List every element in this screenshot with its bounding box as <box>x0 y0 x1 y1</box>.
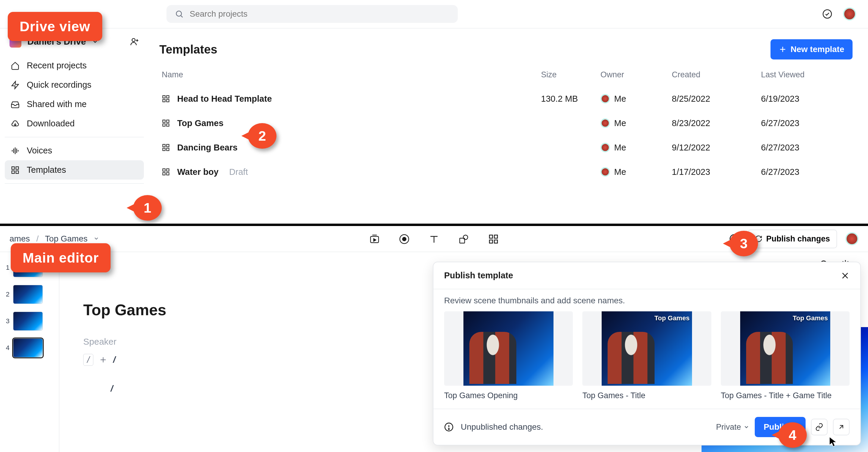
svg-point-39 <box>402 237 406 241</box>
inbox-icon <box>11 100 20 109</box>
annotation-marker-4: 4 <box>778 422 807 448</box>
drive-topbar <box>0 0 868 29</box>
search-wrap[interactable] <box>166 5 458 23</box>
panel-title: Publish template <box>444 271 513 280</box>
sidebar-item-voices[interactable]: Voices <box>5 141 144 160</box>
sidebar-item-recent[interactable]: Recent projects <box>5 56 144 75</box>
scene-item[interactable]: 3 <box>4 312 55 331</box>
scene-thumbnail <box>13 312 43 331</box>
svg-point-3 <box>132 38 135 42</box>
drive-view: Daniel's Drive Recent projects Quick rec… <box>0 0 868 226</box>
svg-rect-30 <box>166 148 169 150</box>
row-size: 130.2 MB <box>541 94 600 104</box>
record-icon[interactable] <box>399 234 410 244</box>
annotation-marker-2: 2 <box>248 123 276 149</box>
svg-marker-6 <box>12 81 19 89</box>
sync-status-icon[interactable] <box>822 9 832 19</box>
sidebar-item-shared[interactable]: Shared with me <box>5 95 144 114</box>
svg-rect-27 <box>163 145 165 147</box>
plus-icon[interactable] <box>99 356 107 364</box>
card-caption[interactable]: Top Games - Title + Game Title <box>721 391 849 400</box>
sidebar-item-quick[interactable]: Quick recordings <box>5 75 144 95</box>
breadcrumb[interactable]: ames / Top Games <box>9 234 99 244</box>
open-external-button[interactable] <box>833 419 849 435</box>
user-avatar[interactable] <box>843 7 856 21</box>
publish-changes-button[interactable]: Publish changes <box>748 230 837 248</box>
nav-label: Shared with me <box>27 99 87 109</box>
svg-rect-29 <box>163 148 165 150</box>
svg-rect-45 <box>494 235 498 239</box>
svg-rect-28 <box>166 145 169 147</box>
grid-icon[interactable] <box>488 234 499 244</box>
breadcrumb-current: Top Games <box>45 234 87 243</box>
scene-number: 3 <box>4 317 9 325</box>
user-avatar[interactable] <box>845 232 859 245</box>
svg-line-1 <box>181 16 183 17</box>
annotation-badge-drive: Drive view <box>8 12 102 41</box>
card-thumb: Top Games <box>582 311 711 386</box>
waveform-icon <box>11 146 20 155</box>
row-created: 9/12/2022 <box>672 143 761 153</box>
svg-rect-34 <box>166 173 169 175</box>
scene-card[interactable]: Top Games Top Games - Title <box>582 311 711 400</box>
sidebar-item-templates[interactable]: Templates <box>5 160 144 180</box>
svg-rect-15 <box>12 171 14 173</box>
templates-icon <box>11 165 20 175</box>
svg-rect-24 <box>166 120 169 122</box>
annotation-badge-editor: Main editor <box>11 243 111 272</box>
mouse-cursor-icon <box>829 436 837 447</box>
shapes-icon[interactable] <box>458 234 469 244</box>
sidebar-item-downloaded[interactable]: Downloaded <box>5 114 144 133</box>
col-name: Name <box>162 70 541 80</box>
scene-card[interactable]: Top Games Top Games - Title + Game Title <box>721 311 849 400</box>
row-viewed: 6/27/2023 <box>761 143 850 153</box>
row-name: Dancing Bears <box>177 143 238 153</box>
close-icon[interactable] <box>841 271 849 280</box>
breadcrumb-sep: / <box>36 234 39 243</box>
plus-icon <box>779 46 786 53</box>
scene-item[interactable]: 2 <box>4 285 55 304</box>
chevron-down-icon <box>743 424 749 430</box>
nav-label: Recent projects <box>27 61 87 70</box>
col-created: Created <box>672 70 761 80</box>
page-title: Templates <box>159 43 217 56</box>
row-created: 8/25/2022 <box>672 94 761 104</box>
owner-avatar <box>600 94 610 103</box>
svg-rect-26 <box>166 124 169 126</box>
search-input[interactable] <box>190 9 450 19</box>
scene-card[interactable]: Top Games Opening <box>444 311 573 400</box>
new-template-button[interactable]: New template <box>771 39 853 59</box>
owner-avatar <box>600 143 610 152</box>
bolt-icon <box>11 81 20 90</box>
owner-avatar <box>600 118 610 128</box>
row-viewed: 6/27/2023 <box>761 118 850 128</box>
row-created: 1/17/2023 <box>672 167 761 177</box>
text-icon[interactable] <box>429 234 439 244</box>
card-caption[interactable]: Top Games - Title <box>582 391 711 400</box>
svg-point-43 <box>463 235 468 240</box>
slash-hint-icon: / <box>83 354 93 366</box>
table-row[interactable]: Head to Head Template 130.2 MB Me 8/25/2… <box>159 87 852 111</box>
col-owner: Owner <box>600 70 672 80</box>
card-caption[interactable]: Top Games Opening <box>444 391 573 400</box>
publish-panel: Publish template Review scene thumbnails… <box>433 262 861 446</box>
visibility-select[interactable]: Private <box>716 423 749 432</box>
svg-point-57 <box>448 428 449 429</box>
row-created: 8/23/2022 <box>672 118 761 128</box>
draft-label: Draft <box>229 167 248 177</box>
cloud-download-icon <box>11 119 20 128</box>
invite-user-icon[interactable] <box>130 37 139 47</box>
scene-item[interactable]: 4 <box>4 338 55 357</box>
templates-icon <box>162 119 170 127</box>
annotation-marker-1: 1 <box>133 195 162 221</box>
copy-link-button[interactable] <box>811 419 828 435</box>
svg-point-0 <box>176 11 182 17</box>
media-icon[interactable] <box>369 234 380 244</box>
svg-rect-33 <box>163 173 165 175</box>
table-row[interactable]: Water boy Draft Me 1/17/2023 6/27/2023 <box>159 160 852 184</box>
svg-rect-32 <box>166 169 169 171</box>
nav-label: Templates <box>27 165 66 175</box>
row-owner: Me <box>600 118 672 128</box>
thumb-overlay-text: Top Games <box>793 314 828 322</box>
row-name: Water boy <box>177 167 218 177</box>
